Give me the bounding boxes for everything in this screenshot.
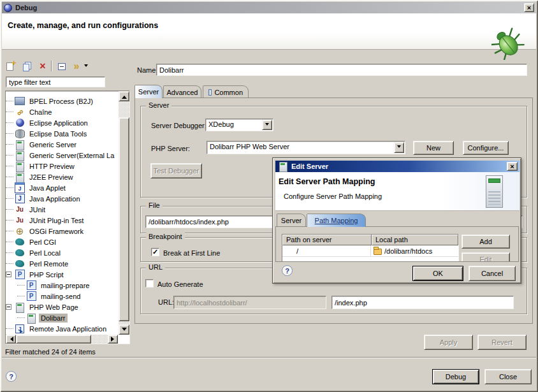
scroll-down-button[interactable]: [119, 324, 129, 335]
tree-item-generic-server-external-la[interactable]: Generic Server(External La: [6, 150, 119, 161]
tree-item-bpel-process-b2j-[interactable]: BPEL Process (B2J): [6, 96, 119, 106]
tab-common[interactable]: Common: [203, 85, 249, 98]
php-icon: [26, 291, 36, 301]
tree-item-perl-cgi[interactable]: Perl CGI: [6, 236, 119, 247]
tree-connector: [17, 296, 25, 296]
dialog-tab-path-mapping[interactable]: Path Mapping: [307, 214, 366, 227]
osgi-icon: [15, 226, 25, 236]
column-local-path[interactable]: Local path: [372, 235, 458, 245]
new-configuration-button[interactable]: [3, 60, 17, 73]
tree-connector: [6, 144, 13, 145]
configure-server-button[interactable]: Configure...: [463, 141, 509, 155]
tree-expander-icon[interactable]: [6, 272, 11, 277]
server-debugger-combo[interactable]: XDebug: [205, 119, 273, 131]
breakpoint-group-legend: Breakpoint: [146, 233, 185, 240]
scroll-left-button[interactable]: [6, 335, 16, 344]
tree-item-java-application[interactable]: Java Application: [6, 193, 119, 204]
add-mapping-button[interactable]: Add: [462, 235, 510, 249]
tree-item-java-applet[interactable]: Java Applet: [6, 182, 119, 193]
column-path-on-server[interactable]: Path on server: [282, 235, 372, 245]
filter-status-text: Filter matched 24 of 24 items: [5, 348, 96, 356]
tree-item-label: JUnit: [27, 205, 47, 214]
tree-item-cha-ne[interactable]: Chaîne: [6, 106, 119, 117]
test-debugger-button[interactable]: Test Debugger: [150, 163, 202, 178]
tree-item-label: Perl Local: [27, 249, 62, 258]
window-titlebar[interactable]: Debug: [2, 2, 536, 13]
delete-configuration-button[interactable]: [36, 60, 50, 73]
path-on-server-cell: /: [282, 245, 371, 256]
filter-button[interactable]: [69, 60, 84, 73]
tree-item-eclipse-data-tools[interactable]: Eclipse Data Tools: [6, 128, 119, 139]
dialog-tab-content: Path on server Local path //dolibarr/htd…: [275, 226, 519, 262]
tree-item-j2ee-preview[interactable]: J2EE Preview: [6, 171, 119, 182]
tree-connector: [6, 242, 13, 242]
config-tree[interactable]: BPEL Process (B2J)ChaîneEclipse Applicat…: [6, 92, 119, 334]
auto-generate-checkbox[interactable]: [145, 279, 154, 287]
tree-item-junit[interactable]: JUnit: [6, 204, 119, 215]
tree-item-junit-plug-in-test[interactable]: JUnit Plug-in Test: [6, 215, 119, 226]
mapping-table-row[interactable]: //dolibarr/htdocs: [282, 245, 458, 257]
cancel-button[interactable]: Cancel: [469, 266, 516, 281]
database-icon: [15, 129, 25, 139]
perl-icon: [15, 237, 25, 247]
tree-item-generic-server[interactable]: Generic Server: [6, 139, 119, 150]
revert-button[interactable]: Revert: [477, 335, 527, 350]
server-group-legend: Server: [146, 101, 171, 109]
base-url-input[interactable]: [173, 296, 326, 309]
close-button[interactable]: Close: [484, 369, 532, 384]
edit-mapping-button[interactable]: Edit: [462, 252, 510, 262]
tree-vertical-scrollbar[interactable]: [119, 91, 129, 335]
filter-menu-button[interactable]: [82, 60, 90, 73]
collapse-all-button[interactable]: [55, 60, 69, 73]
apply-button[interactable]: Apply: [424, 335, 473, 350]
tree-item-label: OSGi Framework: [27, 227, 85, 236]
close-icon: ×: [510, 163, 514, 170]
combo-dropdown-button[interactable]: [262, 120, 272, 130]
tree-item-http-preview[interactable]: HTTP Preview: [6, 161, 119, 171]
tree-item-mailing-prepare[interactable]: mailing-prepare: [6, 280, 119, 291]
tree-expander-icon[interactable]: [6, 304, 11, 310]
tree-item-dolibarr[interactable]: Dolibarr: [6, 312, 119, 323]
dialog-tab-server[interactable]: Server: [277, 214, 306, 226]
new-server-button[interactable]: New: [413, 141, 454, 155]
debug-bug-icon: [491, 27, 525, 60]
tree-item-php-web-page[interactable]: PHP Web Page: [6, 301, 119, 312]
filter-input[interactable]: [6, 76, 105, 87]
path-mapping-table[interactable]: Path on server Local path //dolibarr/htd…: [282, 234, 459, 262]
tree-item-perl-remote[interactable]: Perl Remote: [6, 258, 119, 269]
tree-item-perl-local[interactable]: Perl Local: [6, 247, 119, 258]
tree-connector: [17, 285, 25, 286]
scroll-thumb[interactable]: [16, 335, 91, 344]
tree-item-remote-java-application[interactable]: Remote Java Application: [6, 323, 119, 334]
dialog-titlebar[interactable]: Edit Server: [275, 161, 520, 172]
tab-server[interactable]: Server: [134, 85, 163, 98]
tab-advanced[interactable]: Advanced: [163, 85, 201, 98]
tree-item-php-script[interactable]: PHP Script: [6, 269, 119, 280]
tree-item-label: PHP Web Page: [27, 303, 80, 312]
url-path-input[interactable]: [331, 296, 514, 309]
scroll-thumb[interactable]: [119, 117, 129, 321]
tree-item-eclipse-application[interactable]: Eclipse Application: [6, 117, 119, 128]
server-icon: [15, 150, 25, 161]
dialog-help-button[interactable]: ?: [282, 265, 293, 276]
combo-dropdown-button[interactable]: [394, 142, 404, 153]
break-first-line-checkbox[interactable]: ✓: [151, 248, 159, 256]
tree-connector: [6, 155, 13, 156]
php-server-combo[interactable]: Dolibarr PHP Web Server: [207, 141, 405, 154]
scroll-up-button[interactable]: [119, 91, 129, 101]
debug-button[interactable]: Debug: [432, 369, 479, 384]
dialog-close-button[interactable]: ×: [507, 162, 518, 171]
window-close-button[interactable]: ×: [524, 3, 534, 12]
tree-horizontal-scrollbar[interactable]: [6, 335, 118, 344]
folder-icon: [374, 249, 382, 255]
tree-item-label: Remote Java Application: [27, 324, 108, 333]
name-input[interactable]: [156, 64, 527, 76]
help-button[interactable]: ?: [6, 371, 17, 382]
scroll-right-button[interactable]: [108, 335, 118, 344]
header-banner: Create, manage, and run configurations: [2, 13, 536, 50]
ok-button[interactable]: OK: [412, 266, 463, 281]
tree-item-mailing-send[interactable]: mailing-send: [6, 291, 119, 301]
tree-connector: [6, 263, 13, 264]
tree-item-osgi-framework[interactable]: OSGi Framework: [6, 226, 119, 236]
duplicate-configuration-button[interactable]: [19, 60, 33, 73]
